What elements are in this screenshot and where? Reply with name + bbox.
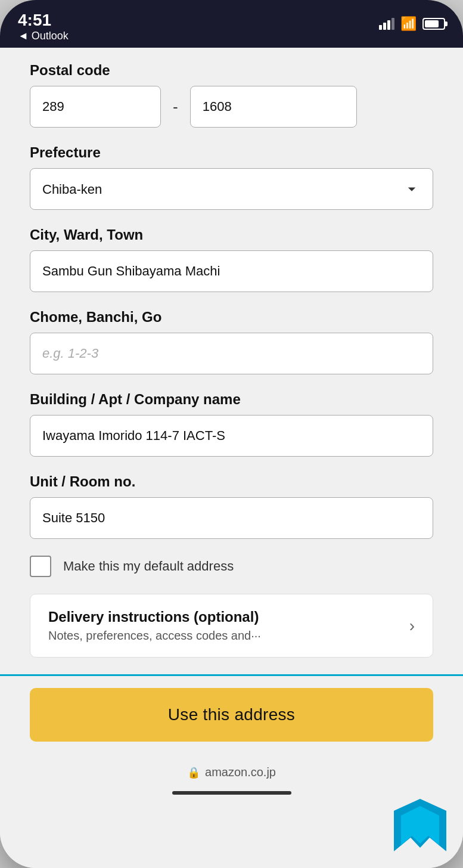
city-ward-town-label: City, Ward, Town — [30, 227, 433, 243]
chevron-right-icon: › — [409, 616, 415, 636]
bottom-bar: 🔒 amazon.co.jp — [0, 760, 463, 791]
default-address-row: Make this my default address — [30, 556, 433, 577]
use-address-button[interactable]: Use this address — [30, 688, 433, 742]
chome-banchi-go-group: Chome, Banchi, Go — [30, 309, 433, 374]
status-left: 4:51 ◄ Outlook — [18, 12, 69, 42]
chome-banchi-go-label: Chome, Banchi, Go — [30, 309, 433, 326]
unit-room-group: Unit / Room no. — [30, 473, 433, 539]
postal-code-label: Postal code — [30, 62, 433, 79]
signal-bars-icon — [379, 18, 394, 30]
battery-fill — [425, 20, 439, 27]
building-label: Building / Apt / Company name — [30, 391, 433, 408]
city-ward-town-group: City, Ward, Town — [30, 227, 433, 292]
delivery-instructions-subtitle: Notes, preferences, access codes and··· — [48, 629, 400, 643]
domain-row: 🔒 amazon.co.jp — [30, 765, 433, 779]
postal-code-part1-input[interactable] — [30, 86, 161, 128]
postal-code-group: Postal code - — [30, 62, 433, 128]
battery-icon — [422, 18, 445, 30]
city-ward-town-input[interactable] — [30, 250, 433, 292]
delivery-instructions-title: Delivery instructions (optional) — [48, 609, 400, 625]
wifi-icon: 📶 — [400, 16, 417, 32]
prefecture-label: Prefecture — [30, 144, 433, 161]
kraken-icon — [394, 799, 446, 851]
phone-frame: 4:51 ◄ Outlook 📶 Postal code - — [0, 0, 463, 868]
home-indicator — [172, 791, 291, 795]
prefecture-select[interactable]: Chiba-ken Tokyo Kanagawa Osaka Aichi Sai… — [30, 168, 433, 210]
postal-code-part2-input[interactable] — [190, 86, 357, 128]
kraken-svg — [394, 799, 446, 851]
lock-icon: 🔒 — [187, 766, 200, 779]
status-right: 📶 — [379, 16, 445, 32]
delivery-card-text: Delivery instructions (optional) Notes, … — [48, 609, 400, 643]
unit-room-input[interactable] — [30, 497, 433, 539]
prefecture-group: Prefecture Chiba-ken Tokyo Kanagawa Osak… — [30, 144, 433, 210]
status-time: 4:51 — [18, 12, 51, 29]
bottom-action-area: Use this address — [0, 674, 463, 760]
delivery-instructions-card[interactable]: Delivery instructions (optional) Notes, … — [30, 594, 433, 658]
unit-room-label: Unit / Room no. — [30, 473, 433, 490]
main-content: Postal code - Prefecture Chiba-ken Tokyo… — [0, 48, 463, 868]
domain-text: amazon.co.jp — [205, 765, 276, 779]
building-group: Building / Apt / Company name — [30, 391, 433, 457]
postal-dash: - — [173, 98, 178, 116]
status-back: ◄ Outlook — [18, 30, 69, 42]
default-address-label: Make this my default address — [63, 559, 234, 574]
form-container: Postal code - Prefecture Chiba-ken Tokyo… — [0, 48, 463, 658]
status-bar: 4:51 ◄ Outlook 📶 — [0, 0, 463, 48]
building-input[interactable] — [30, 415, 433, 457]
chome-banchi-go-input[interactable] — [30, 333, 433, 374]
default-address-checkbox[interactable] — [30, 556, 51, 577]
postal-code-row: - — [30, 86, 433, 128]
